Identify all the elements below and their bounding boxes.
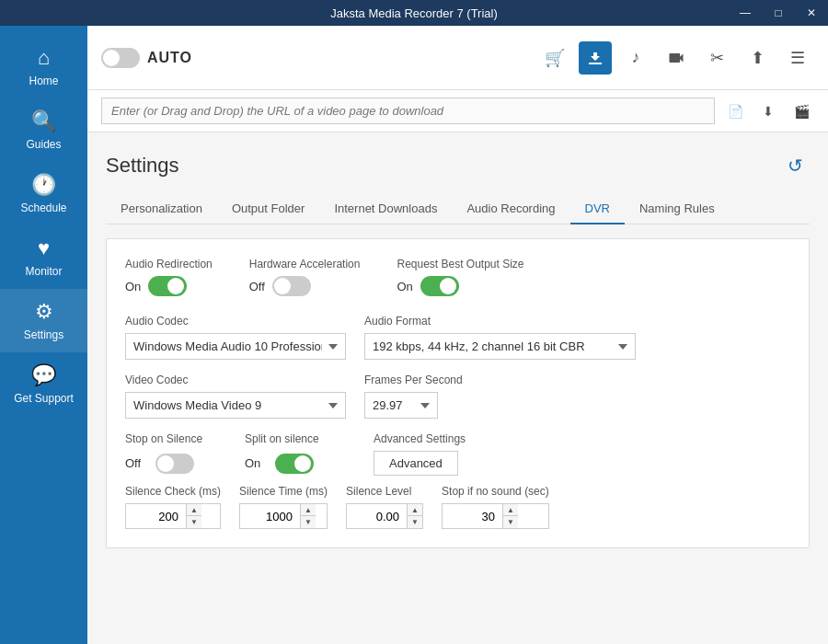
settings-area: Settings ↺ Personalization Output Folder… (87, 132, 828, 644)
audio-format-select[interactable]: 192 kbps, 44 kHz, 2 channel 16 bit CBR 1… (364, 333, 636, 360)
url-open-button[interactable]: 📄 (722, 98, 748, 124)
audio-redirection-group: Audio Redirection On (125, 258, 213, 296)
sidebar-label-support: Get Support (14, 392, 74, 405)
silence-check-down[interactable]: ▼ (187, 516, 201, 528)
tab-personalization[interactable]: Personalization (106, 194, 217, 224)
silence-check-spinners: ▲ ▼ (186, 504, 201, 528)
silence-level-input[interactable] (347, 505, 407, 528)
silence-time-group: Silence Time (ms) ▲ ▼ (239, 485, 328, 529)
silence-time-down[interactable]: ▼ (301, 516, 316, 528)
silence-time-up[interactable]: ▲ (301, 504, 316, 516)
hardware-accel-toggle[interactable] (272, 276, 311, 296)
tab-output-folder[interactable]: Output Folder (217, 194, 320, 224)
silence-time-input[interactable] (240, 505, 300, 528)
video-codec-row: Video Codec Windows Media Video 9 Window… (125, 374, 790, 419)
tab-audio-recording[interactable]: Audio Recording (452, 194, 569, 224)
silence-level-down[interactable]: ▼ (408, 516, 422, 528)
best-output-toggle[interactable] (420, 276, 459, 296)
url-download-button[interactable]: ⬇ (755, 98, 781, 124)
sidebar-item-home[interactable]: ⌂ Home (0, 35, 87, 98)
sidebar-item-monitor[interactable]: ♥ Monitor (0, 225, 87, 289)
video-codec-select[interactable]: Windows Media Video 9 Windows Media Vide… (125, 392, 346, 419)
auto-toggle[interactable] (101, 48, 140, 68)
silence-check-up[interactable]: ▲ (187, 504, 201, 516)
audio-codec-row: Audio Codec Windows Media Audio 10 Profe… (125, 315, 790, 360)
audio-redirection-value: On (125, 280, 141, 293)
advanced-button[interactable]: Advanced (374, 451, 458, 476)
auto-label: AUTO (147, 50, 192, 66)
silence-level-spinners: ▲ ▼ (407, 504, 422, 528)
hardware-accel-toggle-row: Off (249, 276, 361, 296)
url-bar: 📄 ⬇ 🎬 (87, 90, 828, 132)
monitor-icon: ♥ (38, 236, 50, 260)
title-bar: Jaksta Media Recorder 7 (Trial) — □ ✕ (0, 0, 828, 26)
audio-redirection-toggle-row: On (125, 276, 213, 296)
fps-select[interactable]: 15 24 25 29.97 30 60 (364, 392, 438, 419)
split-on-silence-value: On (245, 456, 260, 470)
tab-internet-downloads[interactable]: Internet Downloads (319, 194, 452, 224)
stop-no-sound-down[interactable]: ▼ (503, 516, 518, 528)
minimize-button[interactable]: — (729, 0, 762, 26)
sidebar-item-settings[interactable]: ⚙ Settings (0, 289, 87, 352)
menu-button[interactable]: ☰ (781, 41, 814, 75)
maximize-button[interactable]: □ (762, 0, 795, 26)
main-content: AUTO 🛒 ♪ ✂ ⬆ ☰ (87, 26, 828, 644)
stop-no-sound-group: Stop if no sound (sec) ▲ ▼ (442, 485, 549, 529)
home-icon: ⌂ (38, 46, 50, 70)
cart-button[interactable]: 🛒 (538, 41, 571, 75)
audio-format-label: Audio Format (364, 315, 636, 328)
audio-codec-select[interactable]: Windows Media Audio 10 Professional Wind… (125, 333, 346, 360)
split-on-silence-toggle[interactable] (275, 454, 314, 474)
split-on-silence-label: Split on silence (245, 432, 337, 445)
reset-button[interactable]: ↺ (780, 151, 810, 180)
sidebar-label-schedule: Schedule (20, 201, 66, 214)
audio-codec-label: Audio Codec (125, 315, 346, 328)
split-on-silence-row: On (245, 454, 337, 474)
tab-dvr[interactable]: DVR (570, 194, 625, 224)
stop-no-sound-input-wrapper: ▲ ▼ (442, 503, 549, 529)
download-icon (586, 49, 604, 67)
screen-button[interactable]: ✂ (700, 41, 733, 75)
transfer-button[interactable]: ⬆ (741, 41, 774, 75)
app-title: Jaksta Media Recorder 7 (Trial) (330, 6, 498, 20)
close-button[interactable]: ✕ (795, 0, 828, 26)
silence-numbers-row: Silence Check (ms) ▲ ▼ Silence Time (ms) (125, 485, 790, 529)
stop-on-silence-row: Off (125, 454, 208, 474)
silence-labels-row: Stop on Silence Split on silence Advance… (125, 432, 790, 476)
silence-check-label: Silence Check (ms) (125, 485, 221, 498)
audio-redirection-toggle[interactable] (148, 276, 187, 296)
video-button[interactable] (660, 41, 693, 75)
settings-tabs: Personalization Output Folder Internet D… (106, 194, 810, 224)
silence-check-group: Silence Check (ms) ▲ ▼ (125, 485, 221, 529)
best-output-value: On (397, 280, 412, 293)
audio-redirection-label: Audio Redirection (125, 258, 213, 270)
silence-check-input[interactable] (126, 505, 186, 528)
silence-time-spinners: ▲ ▼ (300, 504, 316, 528)
top-icon-bar: 🛒 ♪ ✂ ⬆ ☰ (538, 41, 814, 75)
stop-on-silence-toggle[interactable] (155, 454, 194, 474)
app-container: ⌂ Home 🔍 Guides 🕐 Schedule ♥ Monitor ⚙ S… (0, 26, 828, 644)
video-codec-label: Video Codec (125, 374, 346, 386)
sidebar-label-guides: Guides (26, 138, 61, 151)
tab-naming-rules[interactable]: Naming Rules (625, 194, 730, 224)
stop-no-sound-input[interactable] (443, 505, 502, 528)
stop-on-silence-label: Stop on Silence (125, 432, 208, 445)
sidebar-item-schedule[interactable]: 🕐 Schedule (0, 162, 87, 225)
url-video-button[interactable]: 🎬 (788, 98, 814, 124)
sidebar-item-guides[interactable]: 🔍 Guides (0, 98, 87, 162)
sidebar-label-home: Home (29, 75, 58, 87)
sidebar-item-support[interactable]: 💬 Get Support (0, 352, 87, 416)
silence-level-up[interactable]: ▲ (408, 504, 422, 516)
advanced-settings-label: Advanced Settings (374, 432, 466, 445)
settings-header: Settings ↺ (106, 151, 810, 180)
top-bar: AUTO 🛒 ♪ ✂ ⬆ ☰ (87, 26, 828, 90)
fps-group: Frames Per Second 15 24 25 29.97 30 60 (364, 374, 463, 419)
url-input[interactable] (101, 98, 715, 124)
best-output-group: Request Best Output Size On (397, 258, 523, 296)
download-button[interactable] (579, 41, 612, 75)
audio-codec-group: Audio Codec Windows Media Audio 10 Profe… (125, 315, 346, 360)
stop-no-sound-up[interactable]: ▲ (503, 504, 518, 516)
toggle-settings-row: Audio Redirection On Hardware Accelerati… (125, 258, 790, 296)
hardware-accel-label: Hardware Acceleration (249, 258, 361, 270)
music-button[interactable]: ♪ (619, 41, 652, 75)
